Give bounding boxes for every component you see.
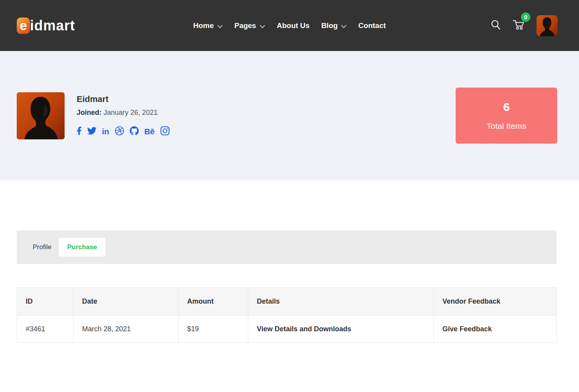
joined-date: January 26, 2021 (104, 109, 158, 116)
social-links: in Bē (77, 126, 170, 137)
twitter-link[interactable] (87, 126, 96, 137)
give-feedback-link[interactable]: Give Feedback (442, 325, 492, 333)
user-avatar[interactable] (537, 15, 558, 36)
column-header-details: Details (248, 288, 434, 316)
table-header-row: ID Date Amount Details Vendor Feedback (17, 288, 557, 316)
nav-item-label: About Us (277, 21, 309, 30)
profile-tabs: Profile Purchase (17, 230, 556, 264)
column-header-id: ID (17, 288, 74, 316)
total-items-value: 6 (503, 100, 510, 114)
nav-item-label: Contact (358, 21, 386, 30)
total-items-card: 6 Total Items (456, 88, 557, 144)
facebook-link[interactable] (77, 126, 82, 137)
purchase-table: ID Date Amount Details Vendor Feedback #… (17, 287, 557, 343)
profile-info: Eidmart Joined: January 26, 2021 in (77, 94, 170, 137)
chevron-down-icon (341, 22, 347, 30)
dribbble-icon (115, 126, 124, 137)
view-details-link[interactable]: View Details and Downloads (257, 325, 351, 333)
cell-order-id: #3461 (17, 316, 74, 343)
instagram-icon (160, 126, 170, 137)
chevron-down-icon (260, 22, 265, 30)
header-actions: 0 (491, 15, 558, 36)
cart-button[interactable]: 0 (512, 19, 525, 32)
cart-count-badge: 0 (521, 12, 530, 22)
total-items-label: Total Items (487, 121, 526, 131)
dribbble-link[interactable] (115, 126, 124, 137)
table-row: #3461 March 28, 2021 $19 View Details an… (17, 316, 557, 343)
nav-item-home[interactable]: Home (193, 21, 223, 30)
tab-profile[interactable]: Profile (33, 238, 51, 257)
column-header-vendor-feedback: Vendor Feedback (434, 288, 557, 316)
behance-link[interactable]: Bē (144, 127, 155, 136)
profile-summary: Eidmart Joined: January 26, 2021 in (17, 92, 170, 139)
nav-item-contact[interactable]: Contact (358, 21, 386, 30)
logo-text: idmart (30, 18, 75, 34)
column-header-date: Date (74, 288, 179, 316)
cell-details: View Details and Downloads (248, 316, 434, 343)
linkedin-icon: in (102, 127, 109, 136)
github-link[interactable] (130, 126, 139, 137)
logo-mark-icon: e (17, 18, 30, 34)
twitter-icon (87, 126, 96, 137)
nav-item-label: Blog (321, 21, 338, 30)
github-icon (130, 126, 139, 137)
profile-hero: Eidmart Joined: January 26, 2021 in (0, 51, 579, 180)
nav-item-pages[interactable]: Pages (234, 21, 265, 30)
profile-avatar (17, 92, 65, 139)
search-icon (491, 19, 501, 32)
instagram-link[interactable] (160, 126, 170, 137)
nav-item-blog[interactable]: Blog (321, 21, 347, 30)
facebook-icon (77, 126, 82, 137)
search-button[interactable] (491, 19, 501, 32)
logo[interactable]: e idmart (17, 18, 75, 34)
profile-name: Eidmart (77, 94, 170, 104)
chevron-down-icon (217, 22, 223, 30)
cell-date: March 28, 2021 (74, 316, 179, 343)
main-nav: Home Pages About Us Blog Contact (193, 21, 386, 30)
cell-feedback: Give Feedback (434, 316, 557, 343)
tab-purchase[interactable]: Purchase (59, 238, 105, 257)
joined-line: Joined: January 26, 2021 (77, 109, 170, 117)
site-header: e idmart Home Pages About Us Blog Contac… (0, 0, 579, 51)
linkedin-link[interactable]: in (102, 127, 109, 136)
nav-item-label: Home (193, 21, 214, 30)
behance-icon: Bē (144, 127, 155, 136)
nav-item-about-us[interactable]: About Us (277, 21, 309, 30)
column-header-amount: Amount (179, 288, 248, 316)
joined-label: Joined: (77, 109, 102, 116)
nav-item-label: Pages (234, 21, 256, 30)
cell-amount: $19 (179, 316, 248, 343)
